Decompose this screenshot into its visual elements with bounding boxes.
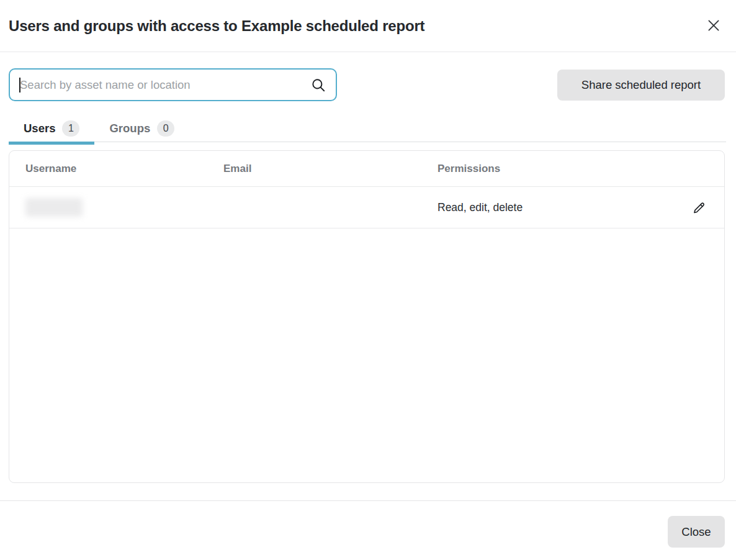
text-caret xyxy=(19,78,20,93)
table-row: Read, edit, delete xyxy=(9,187,724,228)
pencil-icon xyxy=(691,201,706,215)
edit-permissions-button[interactable] xyxy=(691,199,707,217)
close-icon[interactable] xyxy=(705,17,722,34)
column-header-username: Username xyxy=(9,163,223,175)
search-box xyxy=(9,68,337,101)
modal-header: Users and groups with access to Example … xyxy=(0,0,736,52)
close-button[interactable]: Close xyxy=(668,516,725,548)
cell-username xyxy=(9,198,223,217)
column-header-permissions: Permissions xyxy=(438,163,724,175)
search-icon[interactable] xyxy=(310,77,326,93)
tab-groups[interactable]: Groups 0 xyxy=(94,115,189,142)
tab-users[interactable]: Users 1 xyxy=(9,115,94,142)
redacted-username xyxy=(25,198,83,217)
page-title: Users and groups with access to Example … xyxy=(9,17,424,35)
search-input[interactable] xyxy=(10,70,310,100)
footer-divider xyxy=(0,500,736,501)
column-header-email: Email xyxy=(223,163,438,175)
cell-permissions: Read, edit, delete xyxy=(438,201,724,214)
tab-groups-label: Groups xyxy=(109,122,150,135)
tab-users-count-badge: 1 xyxy=(62,120,79,137)
access-table: Username Email Permissions Read, edit, d… xyxy=(9,150,725,483)
share-access-modal: Users and groups with access to Example … xyxy=(0,0,736,560)
tab-users-label: Users xyxy=(24,122,55,135)
share-scheduled-report-button[interactable]: Share scheduled report xyxy=(557,70,725,101)
table-header-row: Username Email Permissions xyxy=(9,151,724,187)
tab-groups-count-badge: 0 xyxy=(157,120,174,137)
tab-bar: Users 1 Groups 0 xyxy=(9,115,726,142)
